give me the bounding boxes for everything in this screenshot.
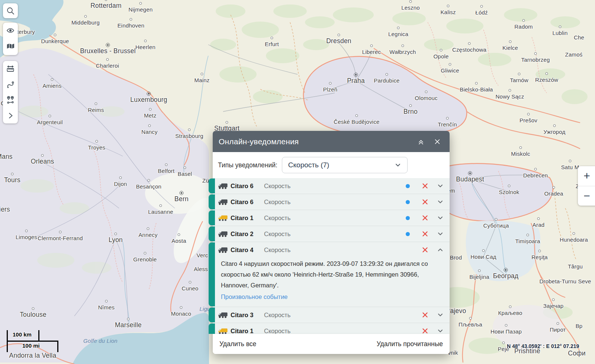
expand-notification-button[interactable] xyxy=(437,183,444,189)
vehicle-name: Citaro 6 xyxy=(231,199,264,206)
chevron-down-icon xyxy=(437,247,444,253)
panel-title: Онлайн-уведомления xyxy=(219,137,415,146)
delete-x-icon xyxy=(422,247,428,253)
toolbar-search-group xyxy=(3,3,18,18)
expand-notification-button[interactable] xyxy=(437,247,444,253)
expand-notification-button[interactable] xyxy=(437,312,444,318)
delete-all-button[interactable]: Удалить все xyxy=(219,340,256,348)
vehicle-name: Citaro 6 xyxy=(231,183,264,190)
map-layers-button[interactable] xyxy=(3,38,18,54)
notification-message: Citaro 4 нарушил скоростной режим. 2023-… xyxy=(213,258,450,291)
notification-row[interactable]: Citaro 1 Скорость xyxy=(213,210,450,226)
vehicle-icon xyxy=(218,247,228,253)
delete-x-icon xyxy=(422,199,428,205)
truck-icon xyxy=(218,231,228,237)
vehicle-icon xyxy=(218,215,228,221)
delete-notification-button[interactable] xyxy=(422,215,428,221)
delete-notification-button[interactable] xyxy=(422,199,428,205)
collapse-panel-button[interactable] xyxy=(415,135,427,148)
unread-indicator xyxy=(406,200,410,204)
custom-event-link[interactable]: Произвольное событие xyxy=(213,291,450,307)
route-icon xyxy=(6,80,15,88)
vehicle-icon xyxy=(218,328,228,334)
unread-indicator xyxy=(406,184,410,188)
vehicle-icon xyxy=(218,231,228,237)
notification-row[interactable]: Citaro 2 Скорость xyxy=(213,226,450,242)
scale-mi-label: 100 mi xyxy=(22,342,40,349)
unread-indicator xyxy=(406,216,410,220)
expand-toolbar-button[interactable] xyxy=(3,108,18,123)
double-chevron-up-icon xyxy=(417,138,425,145)
chevron-right-icon xyxy=(7,112,14,119)
truck-icon xyxy=(218,215,228,221)
unread-indicator xyxy=(406,232,410,236)
scale-km-label: 100 km xyxy=(13,331,32,338)
chevron-down-icon xyxy=(437,183,444,189)
notification-list[interactable]: Citaro 6 Скорость Citaro 6 Скорость xyxy=(208,178,450,334)
truck-icon xyxy=(218,312,228,318)
expand-notification-button[interactable] xyxy=(437,231,444,237)
visibility-button[interactable] xyxy=(3,23,18,38)
vehicle-name: Citaro 1 xyxy=(231,328,264,334)
delete-x-icon xyxy=(422,215,428,221)
vehicle-icon xyxy=(218,199,228,205)
measure-distance-button[interactable] xyxy=(3,61,18,77)
notification-row[interactable]: Citaro 1 Скорость xyxy=(213,323,450,334)
truck-icon xyxy=(218,183,228,189)
map-scale-bar: 100 km 100 mi xyxy=(7,330,60,352)
eye-icon xyxy=(6,26,15,35)
notification-type: Скорость xyxy=(264,215,290,222)
vehicle-name: Citaro 3 xyxy=(231,312,264,319)
delete-x-icon xyxy=(422,183,428,189)
notification-type: Скорость xyxy=(264,247,290,254)
notification-type: Скорость xyxy=(264,199,290,206)
notification-type: Скорость xyxy=(264,312,290,319)
close-panel-button[interactable] xyxy=(431,135,444,148)
truck-icon xyxy=(218,247,228,253)
chevron-down-icon xyxy=(395,162,401,168)
delete-read-button[interactable]: Удалить прочитанные xyxy=(377,340,443,348)
expand-notification-button[interactable] xyxy=(437,215,444,221)
panel-footer: Удалить все Удалить прочитанные xyxy=(213,334,450,354)
ruler-icon xyxy=(6,65,15,73)
notification-filter-bar: Типы уведомлений: Скорость (7) xyxy=(213,152,450,178)
notification-row[interactable]: Citaro 6 Скорость xyxy=(213,194,450,210)
map-layers-icon xyxy=(6,42,15,50)
vehicle-name: Citaro 1 xyxy=(231,215,264,222)
panel-header[interactable]: Онлайн-уведомления xyxy=(213,131,450,152)
chevron-down-icon xyxy=(437,215,444,221)
close-icon xyxy=(434,138,441,145)
route-button[interactable] xyxy=(3,77,18,92)
delete-notification-button[interactable] xyxy=(422,312,428,318)
markers-button[interactable] xyxy=(3,92,18,108)
search-icon xyxy=(6,7,15,15)
notification-type-select[interactable]: Скорость (7) xyxy=(282,157,408,173)
notification-type: Скорость xyxy=(264,183,290,190)
zoom-out-button[interactable]: − xyxy=(578,186,595,206)
selected-filter-value: Скорость (7) xyxy=(288,161,329,169)
search-button[interactable] xyxy=(3,3,18,18)
notification-row[interactable]: Citaro 3 Скорость xyxy=(213,307,450,323)
online-notifications-panel: Онлайн-уведомления Типы уведомлений: Ско… xyxy=(213,131,450,354)
delete-notification-button[interactable] xyxy=(422,231,428,237)
truck-icon xyxy=(218,328,228,334)
notification-type: Скорость xyxy=(264,328,290,334)
cursor-coordinates: N 48° 43.0592' : E 012° 07.219 xyxy=(507,343,579,349)
delete-notification-button[interactable] xyxy=(422,247,428,253)
chevron-down-icon xyxy=(437,328,444,334)
toolbar-view-group xyxy=(3,23,18,55)
chevron-down-icon xyxy=(437,199,444,205)
zoom-in-button[interactable]: + xyxy=(578,166,595,186)
notification-row[interactable]: Citaro 6 Скорость xyxy=(213,178,450,194)
delete-notification-button[interactable] xyxy=(422,328,428,334)
zoom-control: + − xyxy=(578,166,595,206)
delete-x-icon xyxy=(422,312,428,318)
delete-x-icon xyxy=(422,328,428,334)
vehicle-name: Citaro 4 xyxy=(231,247,264,254)
expand-notification-button[interactable] xyxy=(437,199,444,205)
expand-notification-button[interactable] xyxy=(437,328,444,334)
notification-row[interactable]: Citaro 4 Скорость Citaro 4 нарушил скоро… xyxy=(213,242,450,307)
chevron-down-icon xyxy=(437,231,444,237)
delete-notification-button[interactable] xyxy=(422,183,428,189)
map-pins-icon xyxy=(6,96,15,104)
